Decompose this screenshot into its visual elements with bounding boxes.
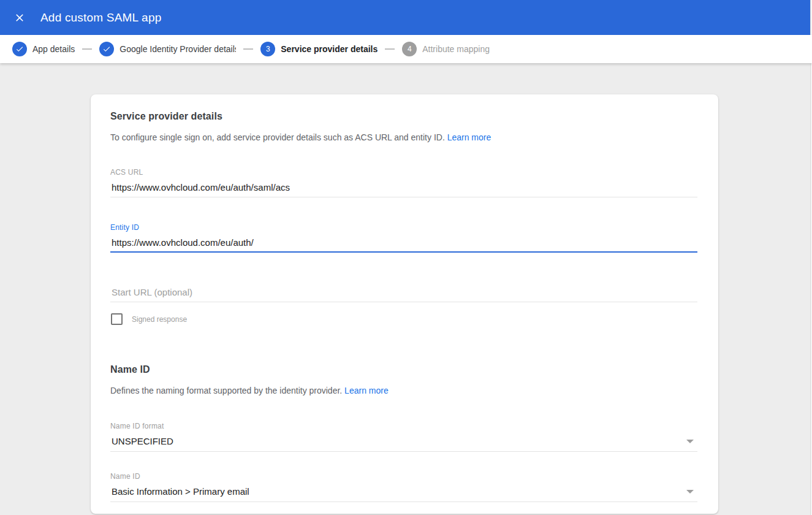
signed-response-checkbox[interactable]: [111, 313, 123, 325]
signed-response-label: Signed response: [132, 315, 187, 324]
dialog-title: Add custom SAML app: [40, 11, 161, 25]
dropdown-arrow-icon: [686, 440, 694, 443]
dropdown-arrow-icon: [686, 490, 694, 494]
step-4-number: 4: [402, 42, 417, 56]
stepper: App details Google Identity Provider det…: [0, 35, 812, 63]
step-google-idp-details[interactable]: Google Identity Provider details: [99, 42, 236, 56]
step-3-number: 3: [260, 42, 275, 56]
entity-id-label: Entity ID: [110, 223, 699, 232]
step-service-provider-details[interactable]: 3 Service provider details: [260, 42, 378, 56]
start-url-input[interactable]: [110, 284, 697, 302]
section-title-service-provider: Service provider details: [110, 111, 699, 122]
entity-id-input[interactable]: [110, 232, 697, 253]
acs-url-label: ACS URL: [110, 168, 699, 177]
learn-more-link[interactable]: Learn more: [447, 132, 491, 142]
step-2-check-icon: [99, 42, 114, 56]
close-icon[interactable]: [12, 10, 27, 25]
name-id-field: Name ID Basic Information > Primary emai…: [110, 472, 699, 502]
step-attribute-mapping[interactable]: 4 Attribute mapping: [402, 42, 490, 56]
name-id-format-select[interactable]: UNSPECIFIED: [110, 430, 697, 452]
name-id-section: Name ID Defines the naming format suppor…: [110, 364, 699, 502]
step-1-label: App details: [32, 44, 75, 54]
section-title-name-id: Name ID: [110, 364, 699, 375]
name-id-format-field: Name ID format UNSPECIFIED: [110, 422, 699, 452]
step-1-check-icon: [12, 42, 27, 56]
name-id-description: Defines the naming format supported by t…: [110, 386, 699, 395]
description-text: To configure single sign on, add service…: [110, 132, 445, 142]
name-id-select[interactable]: Basic Information > Primary email: [110, 481, 697, 502]
service-provider-card: Service provider details To configure si…: [91, 94, 718, 514]
start-url-field: [110, 284, 699, 302]
step-connector: [243, 48, 253, 50]
acs-url-input[interactable]: [110, 177, 697, 197]
entity-id-field: Entity ID: [110, 223, 699, 253]
learn-more-link[interactable]: Learn more: [344, 386, 389, 395]
name-id-value: Basic Information > Primary email: [112, 486, 249, 497]
step-2-label: Google Identity Provider details: [120, 44, 236, 54]
dialog-header: Add custom SAML app: [0, 0, 812, 35]
signed-response-row: Signed response: [110, 313, 699, 325]
acs-url-field: ACS URL: [110, 168, 699, 197]
step-3-label: Service provider details: [281, 44, 378, 54]
step-connector: [82, 48, 92, 50]
description-text: Defines the naming format supported by t…: [110, 386, 342, 395]
step-app-details[interactable]: App details: [12, 42, 75, 56]
step-4-label: Attribute mapping: [422, 44, 490, 54]
name-id-format-value: UNSPECIFIED: [112, 436, 173, 446]
service-provider-description: To configure single sign on, add service…: [110, 132, 699, 142]
name-id-format-label: Name ID format: [110, 422, 699, 430]
name-id-label: Name ID: [110, 472, 699, 481]
step-connector: [385, 48, 395, 50]
